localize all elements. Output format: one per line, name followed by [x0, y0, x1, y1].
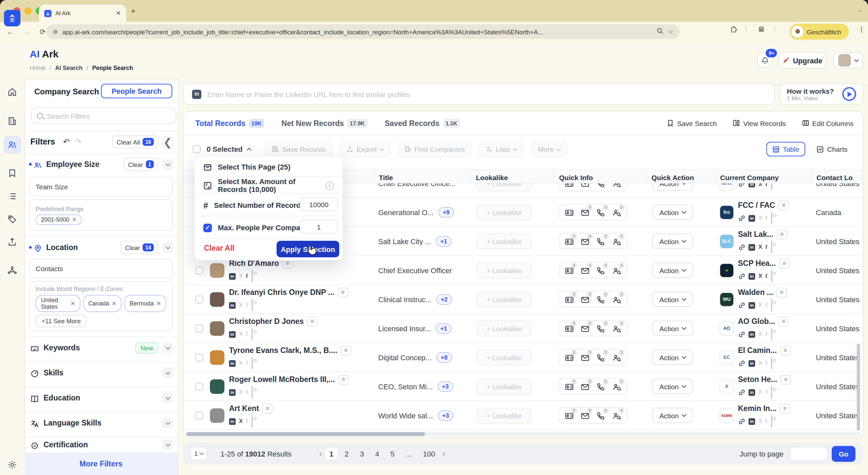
note-icon[interactable]: ≡ [780, 345, 791, 355]
prev-page-icon[interactable]: ‹ [316, 449, 325, 458]
chevron-down-icon[interactable] [162, 392, 173, 403]
dropdown-clear-all-button[interactable]: Clear All [204, 244, 234, 252]
facebook-icon[interactable]: f [246, 360, 248, 366]
x-twitter-icon[interactable]: X [239, 360, 243, 366]
note-icon[interactable]: ≡ [341, 345, 351, 355]
lookalike-button[interactable]: + Lookalike [476, 320, 532, 336]
edit-columns-button[interactable]: Edit Columns [802, 119, 854, 127]
chevron-down-icon[interactable] [162, 342, 173, 353]
sidebar-item-tags[interactable] [7, 214, 18, 226]
action-button[interactable]: Action [652, 183, 693, 191]
person-search-icon[interactable]: ? [613, 208, 621, 216]
filter-certification[interactable]: Certification [30, 437, 173, 452]
info-icon[interactable]: i [326, 181, 334, 190]
notifications-button[interactable]: 9+ [757, 53, 773, 68]
email-icon[interactable]: ? [581, 208, 589, 216]
action-button[interactable]: Action [652, 379, 693, 394]
link-icon[interactable] [738, 299, 745, 311]
column-header-quick-info[interactable]: Quick Info [554, 170, 646, 184]
action-button[interactable]: Action [652, 204, 693, 220]
instagram-icon[interactable] [771, 415, 772, 427]
phone-icon[interactable]: ? [597, 237, 605, 245]
minimize-window-button[interactable] [24, 7, 32, 14]
contacts-field[interactable]: Contacts [29, 259, 173, 278]
linkedin-icon[interactable]: in [229, 302, 236, 309]
instagram-icon[interactable] [251, 415, 252, 427]
contact-card-icon[interactable]: ? [565, 411, 574, 420]
email-icon[interactable]: ? [581, 266, 589, 275]
company-name[interactable]: SCP Hea... [738, 259, 776, 267]
collapse-sidebar-icon[interactable]: ❮ [162, 136, 173, 147]
note-icon[interactable]: ≡ [262, 404, 273, 413]
find-companies-button[interactable]: Find Companies [398, 141, 471, 157]
instagram-icon[interactable] [251, 386, 252, 398]
company-name[interactable]: Seton He... [738, 375, 777, 383]
jump-to-page-input[interactable] [789, 446, 828, 461]
page-number[interactable]: 100 [418, 448, 440, 460]
link-icon[interactable] [738, 212, 745, 224]
email-icon[interactable]: ? [581, 237, 589, 245]
save-records-button[interactable]: Save Records [266, 141, 332, 157]
email-icon[interactable]: ? [581, 295, 589, 304]
lookalike-button[interactable]: + Lookalike [476, 233, 532, 249]
company-name[interactable]: Salt Lak... [738, 230, 773, 238]
x-twitter-icon[interactable]: X [758, 274, 762, 279]
action-button[interactable]: Action [652, 350, 693, 365]
title-count-badge[interactable]: +3 [437, 381, 454, 391]
team-size-field[interactable]: Team Size [29, 177, 173, 197]
person-search-icon[interactable]: ? [613, 382, 621, 390]
column-header-contact-location[interactable]: Contact Lo [811, 170, 863, 184]
clear-employee-size-button[interactable]: Clear1 [123, 158, 158, 171]
tab-saved-records[interactable]: Saved Records1.1K [384, 119, 460, 128]
lookalike-button[interactable]: + Lookalike [476, 349, 532, 365]
link-icon[interactable] [738, 241, 745, 253]
search-filters-input[interactable]: Search Filters [31, 107, 176, 124]
back-button[interactable]: ← [7, 28, 14, 36]
browser-profile-chip[interactable]: Geschäftlich [789, 24, 849, 40]
person-name[interactable]: Art Kent [229, 404, 259, 412]
phone-icon[interactable]: ? [597, 382, 605, 390]
region-chip[interactable]: Canada✕ [83, 294, 121, 312]
browser-tab[interactable]: ▲ AI Ark ✕ [39, 5, 126, 22]
action-button[interactable]: Action [652, 321, 693, 336]
checked-checkbox[interactable]: ✓ [203, 223, 212, 232]
instagram-icon[interactable] [771, 357, 772, 369]
chevron-down-icon[interactable] [162, 159, 173, 169]
site-settings-icon[interactable]: ⊜ [53, 28, 58, 35]
settings-gear-icon[interactable] [7, 460, 18, 471]
email-icon[interactable]: ? [581, 324, 589, 332]
action-button[interactable]: Action [652, 408, 693, 423]
facebook-icon[interactable]: f [765, 245, 767, 250]
note-icon[interactable]: ≡ [338, 374, 349, 384]
linkedin-icon[interactable]: in [748, 215, 755, 221]
person-search-icon[interactable]: ? [613, 411, 621, 420]
page-number[interactable]: 1 [325, 448, 338, 460]
company-name[interactable]: FCC / FAC [738, 201, 775, 209]
contact-card-icon[interactable] [565, 208, 574, 216]
facebook-icon[interactable]: f [765, 303, 767, 308]
linkedin-icon[interactable]: in [748, 331, 755, 338]
filter-language-skills[interactable]: Language Skills [30, 416, 173, 430]
linkedin-icon[interactable]: in [748, 244, 755, 250]
instagram-icon[interactable] [771, 328, 772, 340]
email-icon[interactable]: ? [581, 411, 589, 420]
charts-view-toggle[interactable]: Charts [811, 142, 854, 156]
lists-button[interactable]: Lists [479, 141, 523, 157]
phone-icon[interactable]: ? [597, 411, 605, 420]
email-icon[interactable]: ? [581, 353, 589, 361]
new-tab-button[interactable]: + [131, 6, 136, 16]
page-size-select[interactable]: 1 [190, 447, 207, 461]
x-twitter-icon[interactable]: X [758, 360, 762, 366]
company-name[interactable]: AO Glob... [738, 317, 775, 325]
facebook-icon[interactable]: f [246, 331, 248, 337]
breadcrumb-home[interactable]: Home [30, 65, 45, 71]
phone-icon[interactable]: ? [597, 353, 605, 361]
column-header-quick-action[interactable]: Quick Action [646, 170, 715, 184]
note-icon[interactable]: ≡ [778, 316, 789, 326]
row-checkbox[interactable] [195, 266, 203, 274]
x-twitter-icon[interactable]: X [239, 331, 243, 337]
linkedin-icon[interactable]: in [229, 360, 236, 367]
people-search-toggle[interactable]: People Search [101, 84, 172, 98]
instagram-icon[interactable] [251, 299, 252, 311]
linkedin-icon[interactable]: in [748, 183, 755, 187]
